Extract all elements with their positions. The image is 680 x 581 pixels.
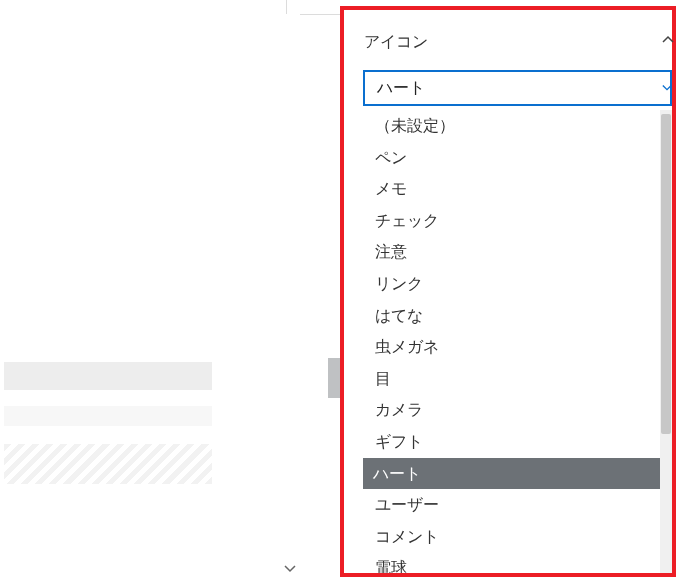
highlight-frame: アイコン ハート （未設定）ペンメモチェック注意リンクはてな虫メガネ目カメラギフ… (340, 6, 676, 577)
dropdown-option[interactable]: チェック (363, 205, 660, 237)
dropdown-option[interactable]: ユーザー (363, 489, 660, 521)
placeholder-hatched (4, 444, 212, 484)
settings-panel: アイコン ハート （未設定）ペンメモチェック注意リンクはてな虫メガネ目カメラギフ… (334, 0, 676, 577)
dropdown-option[interactable]: 電球 (363, 552, 660, 573)
dropdown-option[interactable]: 注意 (363, 236, 660, 268)
dropdown-option[interactable]: コメント (363, 521, 660, 553)
icon-select[interactable]: ハート (363, 70, 672, 106)
dropdown-option[interactable]: ハート (363, 458, 660, 490)
dropdown-option[interactable]: 虫メガネ (363, 331, 660, 363)
icon-select-dropdown: （未設定）ペンメモチェック注意リンクはてな虫メガネ目カメラギフトハートユーザーコ… (363, 106, 672, 573)
dropdown-option[interactable]: （未設定） (363, 110, 660, 142)
left-pane (0, 0, 300, 581)
dropdown-option[interactable]: メモ (363, 173, 660, 205)
section-title: アイコン (364, 32, 428, 53)
divider (286, 0, 287, 14)
dropdown-option[interactable]: ペン (363, 142, 660, 174)
dropdown-option[interactable]: 目 (363, 363, 660, 395)
icon-select-value: ハート (377, 78, 425, 99)
dropdown-option[interactable]: はてな (363, 300, 660, 332)
chevron-up-icon[interactable] (662, 34, 674, 46)
scrollbar-thumb[interactable] (661, 114, 671, 434)
placeholder-strip (4, 406, 212, 426)
dropdown-option[interactable]: ギフト (363, 426, 660, 458)
dropdown-option[interactable]: リンク (363, 268, 660, 300)
dropdown-list: （未設定）ペンメモチェック注意リンクはてな虫メガネ目カメラギフトハートユーザーコ… (363, 110, 660, 573)
dropdown-viewport: （未設定）ペンメモチェック注意リンクはてな虫メガネ目カメラギフトハートユーザーコ… (363, 110, 660, 573)
chevron-down-icon[interactable] (284, 563, 296, 575)
placeholder-strip (4, 362, 212, 390)
chevron-down-icon (662, 79, 672, 97)
dropdown-option[interactable]: カメラ (363, 394, 660, 426)
scrollbar-track[interactable] (660, 110, 672, 573)
